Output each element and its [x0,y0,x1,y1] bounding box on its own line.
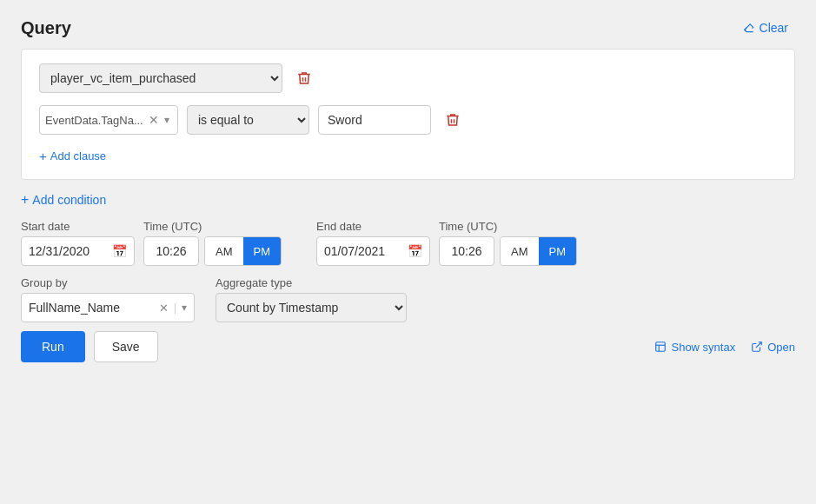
svg-line-1 [756,342,761,348]
aggregate-label: Aggregate type [216,276,407,289]
action-row: Run Save Show syntax [21,331,795,362]
end-date-input-wrap: 📅 [316,236,430,266]
show-syntax-button[interactable]: Show syntax [654,341,735,354]
add-clause-label: Add clause [50,149,106,162]
start-date-group: Start date 📅 [21,220,135,266]
end-am-button[interactable]: AM [501,237,539,265]
page-title: Query [21,18,71,38]
start-date-label: Start date [21,220,135,233]
start-ampm-group: AM PM [204,236,282,266]
open-button[interactable]: Open [751,341,795,354]
code-icon [654,341,667,353]
plus-clause-icon: + [39,149,47,163]
tag-chevron-icon[interactable]: ▾ [164,114,169,126]
end-ampm-group: AM PM [500,236,577,266]
start-am-button[interactable]: AM [205,237,243,265]
group-divider: | [174,302,176,314]
show-syntax-label: Show syntax [671,341,735,354]
group-by-group: Group by FullName_Name ✕ | ▾ [21,276,195,322]
tag-close-icon[interactable]: ✕ [149,113,159,127]
aggregate-select[interactable]: Count by Timestamp Count Sum Average [216,293,407,322]
add-condition-label: Add condition [32,193,106,207]
save-button[interactable]: Save [94,331,158,362]
start-time-group: Time (UTC) AM PM [143,220,282,266]
clause-value-input[interactable] [318,105,431,135]
end-date-group: End date 📅 [316,220,430,266]
run-button[interactable]: Run [21,331,85,362]
event-select[interactable]: player_vc_item_purchased [39,63,282,93]
end-time-input[interactable] [439,236,494,266]
clear-label: Clear [760,21,788,35]
add-condition-button[interactable]: + Add condition [21,190,106,209]
end-pm-button[interactable]: PM [539,237,577,265]
group-by-field[interactable]: FullName_Name ✕ | ▾ [21,293,195,322]
delete-clause-button[interactable] [440,110,466,129]
svg-rect-0 [656,342,666,352]
add-clause-button[interactable]: + Add clause [39,147,106,165]
open-icon [751,341,763,353]
trash-clause-icon [445,112,461,128]
aggregate-group: Aggregate type Count by Timestamp Count … [216,276,407,322]
plus-condition-icon: + [21,192,29,208]
end-date-label: End date [316,220,430,233]
event-row: player_vc_item_purchased [39,63,777,93]
bottom-section: Group by FullName_Name ✕ | ▾ Aggregate t… [21,276,795,362]
end-time-group: Time (UTC) AM PM [439,220,577,266]
left-actions: Run Save [21,331,158,362]
start-date-input[interactable] [29,244,107,258]
start-cal-icon[interactable]: 📅 [112,244,127,258]
group-agg-row: Group by FullName_Name ✕ | ▾ Aggregate t… [21,276,795,322]
date-section: Start date 📅 Time (UTC) AM PM End da [21,220,795,266]
open-label: Open [767,341,795,354]
group-by-value: FullName_Name [29,301,154,315]
clause-row: EventData.TagNa... ✕ ▾ is equal to is no… [39,105,777,135]
eraser-icon [743,22,755,34]
start-time-label: Time (UTC) [143,220,282,233]
clear-button[interactable]: Clear [736,17,795,38]
operator-select[interactable]: is equal to is not equal to contains doe… [187,105,309,135]
group-by-label: Group by [21,276,195,289]
end-time-label: Time (UTC) [439,220,577,233]
end-cal-icon[interactable]: 📅 [408,244,422,258]
end-date-input[interactable] [324,244,402,258]
start-pm-button[interactable]: PM [243,237,282,265]
query-card: player_vc_item_purchased EventData.TagNa… [21,49,795,180]
group-chevron-icon[interactable]: ▾ [182,302,187,314]
start-date-input-wrap: 📅 [21,236,135,266]
tag-input[interactable]: EventData.TagNa... ✕ ▾ [39,105,178,135]
trash-icon [296,70,312,86]
group-close-icon[interactable]: ✕ [159,302,169,315]
start-time-input[interactable] [143,236,199,266]
delete-event-button[interactable] [291,69,317,88]
right-actions: Show syntax Open [654,341,795,354]
tag-text: EventData.TagNa... [45,114,143,127]
